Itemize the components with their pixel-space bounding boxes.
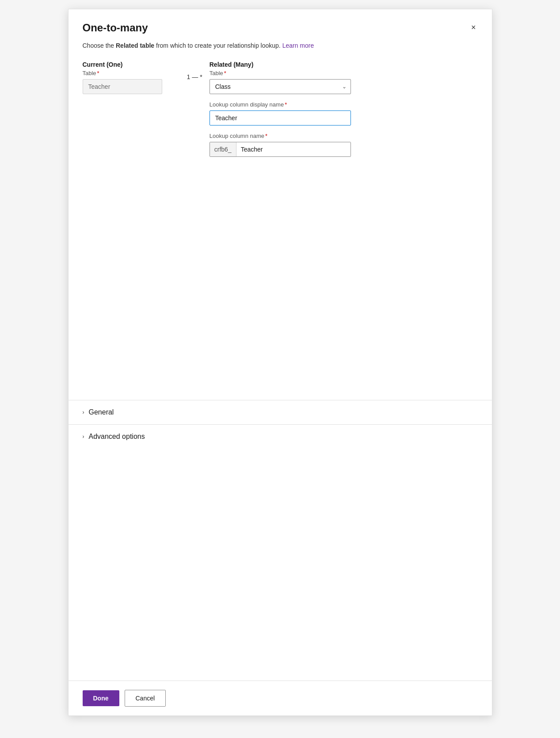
advanced-section-label: Advanced options (89, 433, 145, 441)
lookup-display-required: * (285, 101, 287, 108)
current-section: Current (One) Table* Teacher (83, 61, 180, 94)
close-button[interactable]: × (469, 22, 478, 33)
lookup-name-label: Lookup column name* (210, 133, 478, 139)
related-table-select-wrapper: Class ⌄ (210, 79, 351, 94)
current-table-label: Table* (83, 70, 180, 76)
current-table-value: Teacher (83, 79, 162, 94)
advanced-section: › Advanced options (69, 424, 492, 449)
cancel-button[interactable]: Cancel (125, 690, 166, 707)
dialog-header: One-to-many × (69, 9, 492, 41)
general-section: › General (69, 400, 492, 424)
lookup-name-prefix: crfb6_ (210, 142, 236, 156)
advanced-chevron-icon: › (83, 434, 84, 440)
general-section-header[interactable]: › General (83, 408, 478, 416)
dialog-footer: Done Cancel (69, 681, 492, 715)
connector-right: * (200, 73, 202, 80)
relationship-connector: 1 — * (180, 61, 210, 80)
current-table-required: * (97, 70, 99, 76)
lookup-name-input[interactable] (236, 142, 350, 156)
connector-dash: — (192, 73, 198, 80)
description-part1: Choose the (83, 42, 116, 49)
current-section-title: Current (One) (83, 61, 180, 68)
related-table-select[interactable]: Class (210, 79, 351, 94)
general-section-label: General (89, 408, 114, 416)
general-chevron-icon: › (83, 409, 84, 415)
related-section-title: Related (Many) (210, 61, 478, 68)
related-table-label: Table* (210, 70, 478, 76)
dialog-description: Choose the Related table from which to c… (69, 41, 492, 61)
dialog-title: One-to-many (83, 22, 148, 34)
related-section: Related (Many) Table* Class ⌄ Lookup col… (210, 61, 478, 157)
one-to-many-dialog: One-to-many × Choose the Related table f… (68, 9, 492, 716)
done-button[interactable]: Done (83, 690, 119, 706)
lookup-display-label: Lookup column display name* (210, 101, 478, 108)
lookup-display-input[interactable] (210, 110, 351, 126)
lookup-name-required: * (265, 133, 267, 139)
relationship-section: Current (One) Table* Teacher 1 — * Relat… (83, 61, 478, 157)
advanced-section-header[interactable]: › Advanced options (83, 433, 478, 441)
connector-line: 1 — * (187, 73, 202, 80)
related-table-required: * (224, 70, 226, 76)
description-bold: Related table (116, 42, 154, 49)
dialog-body: Current (One) Table* Teacher 1 — * Relat… (69, 61, 492, 400)
connector-left: 1 (187, 73, 190, 80)
description-part2: from which to create your relationship l… (154, 42, 282, 49)
lookup-name-wrapper: crfb6_ (210, 142, 351, 157)
learn-more-link[interactable]: Learn more (282, 42, 314, 49)
